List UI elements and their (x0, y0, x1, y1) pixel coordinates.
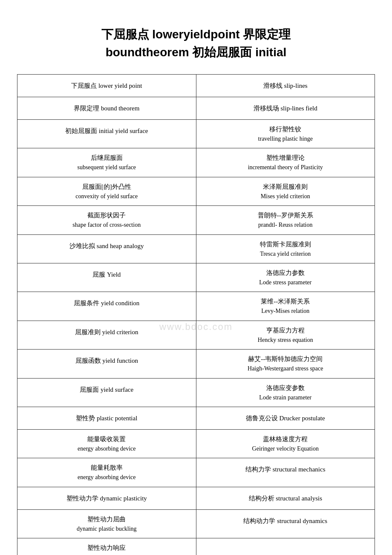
term-chinese: 屈服 Yield (26, 269, 187, 280)
list-item: 塑性动力屈曲dynamic plastic buckling (17, 510, 196, 538)
term-chinese: 屈服面 yield surface (26, 384, 187, 395)
term-chinese: 结构动力学 structural dynamics (205, 516, 366, 526)
list-item: 滑移线场 slip-lines field (196, 97, 375, 119)
table-cell-right: 结构分析 structural analysis (196, 487, 375, 509)
table-cell-left: 屈服条件 yield condition (17, 292, 196, 321)
table-cell-right: 德鲁克公设 Drucker postulate (196, 407, 375, 429)
list-item: 移行塑性铰travelling plastic hinge (196, 120, 375, 148)
table-cell-right: 移行塑性铰travelling plastic hinge (196, 120, 375, 148)
list-item: 屈服面 yield surface (17, 379, 196, 401)
table-cell-right: 赫艾--韦斯特加德应力空间Haigh-Westergaard stress sp… (196, 350, 375, 378)
term-chinese: 移行塑性铰 (205, 124, 366, 134)
table-cell-left: 塑性动力学 dynamic plasticity (17, 487, 196, 509)
term-chinese: 米泽斯屈服准则 (205, 182, 366, 192)
term-english: incremental theory of Plasticity (205, 163, 366, 172)
term-english: Lode strain parameter (205, 393, 366, 402)
term-chinese: 塑性增量理论 (205, 153, 366, 163)
list-item: 屈服面[的]外凸性convexity of yield surface (17, 177, 196, 205)
list-item: 普朗特--罗伊斯关系prandtl- Reuss relation (196, 206, 375, 234)
term-chinese: 洛德应力参数 (205, 268, 366, 278)
term-chinese: 德鲁克公设 Drucker postulate (205, 413, 366, 423)
term-chinese: 屈服面[的]外凸性 (26, 182, 187, 192)
list-item: 塑性动力学 dynamic plasticity (17, 487, 196, 509)
list-item: 结构力学 structural mechanics (196, 458, 375, 480)
table-cell-left: 屈服面[的]外凸性convexity of yield surface (17, 177, 196, 205)
table-cell-right: 结构动力学 structural dynamics (196, 509, 375, 538)
term-chinese: 结构分析 structural analysis (205, 493, 366, 503)
table-cell-right: 滑移线 slip-lines (196, 75, 375, 97)
list-item: 赫艾--韦斯特加德应力空间Haigh-Westergaard stress sp… (196, 350, 375, 378)
list-item: 德鲁克公设 Drucker postulate (196, 407, 375, 429)
term-chinese: 截面形状因子 (26, 210, 187, 220)
term-chinese: 赫艾--韦斯特加德应力空间 (205, 354, 366, 364)
list-item: 结构分析 structural analysis (196, 487, 375, 509)
list-item: 特雷斯卡屈服准则Tresca yield criterion (196, 235, 375, 263)
term-english: subsequent yield surface (26, 163, 187, 172)
term-chinese: 塑性势 plastic potential (26, 413, 187, 423)
table-cell-left: 初始屈服面 initial yield surface (17, 120, 196, 148)
term-chinese: 塑性动力响应 (26, 543, 187, 553)
list-item: 亨基应力方程Hencky stress equation (196, 321, 375, 349)
table-cell-left: 塑性动力屈曲dynamic plastic buckling (17, 509, 196, 538)
list-item: 塑性增量理论incremental theory of Plasticity (196, 148, 375, 176)
table-cell-left: 屈服函数 yield function (17, 350, 196, 378)
term-chinese: 沙堆比拟 sand heap analogy (26, 241, 187, 251)
term-english: prandtl- Reuss relation (205, 220, 366, 230)
term-chinese: 洛德应变参数 (205, 383, 366, 393)
list-item: 塑性势 plastic potential (17, 407, 196, 429)
table-cell-left: 屈服准则 yield criterion (17, 321, 196, 349)
table-cell-left: 能量耗散率energy absorbing device (17, 458, 196, 487)
list-item: 后继屈服面subsequent yield surface (17, 148, 196, 176)
term-chinese: 滑移线场 slip-lines field (205, 103, 366, 113)
term-chinese: 屈服条件 yield condition (26, 298, 187, 308)
term-chinese: 滑移线 slip-lines (205, 81, 366, 91)
term-chinese: 后继屈服面 (26, 153, 187, 163)
list-item: 截面形状因子shape factor of cross-section (17, 206, 196, 234)
table-cell-left: 界限定理 bound theorem (17, 97, 196, 120)
term-chinese: 下屈服点 lower yield point (26, 81, 187, 91)
term-chinese: 初始屈服面 initial yield surface (26, 126, 187, 136)
term-english: Hencky stress equation (205, 335, 366, 345)
term-chinese: 特雷斯卡屈服准则 (205, 239, 366, 249)
term-chinese: 屈服准则 yield criterion (26, 327, 187, 337)
table-cell-right: 盖林格速度方程Geiringer velocity Equation (196, 429, 375, 458)
list-item: 洛德应变参数Lode strain parameter (196, 379, 375, 407)
term-english: energy absorbing device (26, 473, 187, 482)
list-item: 洛德应力参数Lode stress parameter (196, 263, 375, 292)
table-cell-right (196, 538, 375, 555)
content-table: 下屈服点 lower yield point滑移线 slip-lines界限定理… (17, 74, 375, 555)
list-item: 结构动力学 structural dynamics (196, 510, 375, 532)
table-cell-right: 塑性增量理论incremental theory of Plasticity (196, 148, 375, 177)
term-english: Haigh-Westergaard stress space (205, 364, 366, 373)
term-english: dynamic plastic buckling (26, 524, 187, 534)
list-item: 屈服准则 yield criterion (17, 321, 196, 343)
term-english: Mises yield criterion (205, 192, 366, 201)
page-title: 下屈服点 loweryieldpoint 界限定理 boundtheorem 初… (101, 26, 291, 61)
term-chinese: 屈服函数 yield function (26, 356, 187, 366)
term-english: Lode stress parameter (205, 278, 366, 287)
term-chinese: 普朗特--罗伊斯关系 (205, 210, 366, 220)
term-chinese: 塑性动力屈曲 (26, 514, 187, 524)
table-cell-right: 米泽斯屈服准则Mises yield criterion (196, 177, 375, 205)
table-cell-right: 洛德应变参数Lode strain parameter (196, 378, 375, 407)
term-chinese: 亨基应力方程 (205, 325, 366, 335)
table-cell-right: 普朗特--罗伊斯关系prandtl- Reuss relation (196, 206, 375, 234)
list-item: 屈服函数 yield function (17, 350, 196, 372)
term-chinese: 盖林格速度方程 (205, 434, 366, 444)
table-cell-right: 滑移线场 slip-lines field (196, 97, 375, 120)
table-cell-right: 特雷斯卡屈服准则Tresca yield criterion (196, 234, 375, 263)
table-cell-left: 下屈服点 lower yield point (17, 75, 196, 97)
list-item: 界限定理 bound theorem (17, 97, 196, 119)
term-english: Tresca yield criterion (205, 249, 366, 259)
list-item: 莱维--米泽斯关系Levy-Mises relation (196, 292, 375, 320)
term-english: convexity of yield surface (26, 192, 187, 201)
table-cell-left: 屈服 Yield (17, 263, 196, 292)
list-item: 初始屈服面 initial yield surface (17, 120, 196, 142)
list-item: 米泽斯屈服准则Mises yield criterion (196, 177, 375, 205)
table-cell-right: 结构力学 structural mechanics (196, 458, 375, 487)
table-cell-left: 塑性势 plastic potential (17, 407, 196, 429)
term-english: travelling plastic hinge (205, 134, 366, 144)
term-chinese: 能量吸收装置 (26, 434, 187, 444)
table-cell-right: 莱维--米泽斯关系Levy-Mises relation (196, 292, 375, 321)
table-cell-left: 能量吸收装置energy absorbing device (17, 429, 196, 458)
